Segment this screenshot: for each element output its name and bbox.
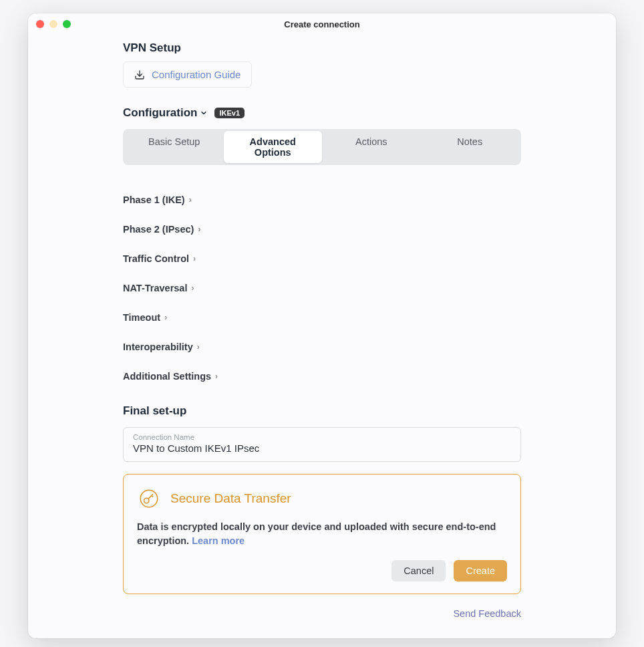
learn-more-link[interactable]: Learn more [192,535,245,546]
expander-label: Timeout [123,312,160,323]
secure-data-transfer-box: Secure Data Transfer Data is encrypted l… [123,474,521,594]
connection-name-input[interactable] [133,442,511,454]
expander-label: Traffic Control [123,253,189,264]
expander-label: Phase 1 (IKE) [123,195,185,205]
expander-group: Phase 1 (IKE) › Phase 2 (IPsec) › Traffi… [123,185,521,391]
secure-description: Data is encrypted locally on your device… [137,520,507,548]
expander-nat-traversal[interactable]: NAT-Traversal › [123,273,521,303]
expander-label: Additional Settings [123,371,211,382]
chevron-right-icon: › [189,195,192,205]
configuration-header: Configuration IKEv1 [123,106,521,120]
chevron-right-icon: › [193,254,196,263]
connection-name-field-wrap[interactable]: Connection Name [123,427,521,462]
expander-timeout[interactable]: Timeout › [123,303,521,332]
button-row: Cancel Create [137,560,507,581]
tab-advanced-options[interactable]: Advanced Options [224,131,323,163]
vpn-setup-title: VPN Setup [123,41,521,55]
chevron-right-icon: › [215,372,218,381]
configuration-guide-label: Configuration Guide [152,69,240,80]
content: VPN Setup Configuration Guide Configurat… [28,35,616,638]
expander-traffic-control[interactable]: Traffic Control › [123,244,521,273]
chevron-right-icon: › [164,313,167,322]
tab-actions[interactable]: Actions [322,131,421,163]
expander-label: Phase 2 (IPsec) [123,224,194,235]
titlebar: Create connection [28,13,616,35]
svg-line-4 [152,496,153,497]
expander-additional-settings[interactable]: Additional Settings › [123,362,521,391]
configuration-label: Configuration [123,106,197,120]
download-icon [134,70,145,80]
tab-notes[interactable]: Notes [421,131,520,163]
footer: Send Feedback [123,608,521,620]
send-feedback-link[interactable]: Send Feedback [453,608,521,619]
tabs: Basic Setup Advanced Options Actions Not… [123,129,521,165]
configuration-guide-button[interactable]: Configuration Guide [123,61,252,88]
final-setup-title: Final set-up [123,404,521,418]
secure-header: Secure Data Transfer [137,487,507,511]
create-button[interactable]: Create [454,560,507,581]
expander-label: NAT-Traversal [123,283,187,293]
chevron-right-icon: › [198,225,200,234]
window: Create connection VPN Setup Configuratio… [28,13,616,638]
configuration-dropdown[interactable]: Configuration [123,106,208,120]
expander-interoperability[interactable]: Interoperability › [123,332,521,362]
connection-name-label: Connection Name [133,433,511,441]
chevron-right-icon: › [197,342,200,352]
expander-phase1[interactable]: Phase 1 (IKE) › [123,185,521,215]
expander-label: Interoperability [123,342,193,352]
expander-phase2[interactable]: Phase 2 (IPsec) › [123,215,521,244]
window-title: Create connection [28,19,616,29]
chevron-right-icon: › [191,283,194,293]
key-icon [137,487,161,511]
chevron-down-icon [200,109,208,117]
cancel-button[interactable]: Cancel [391,560,446,581]
tab-basic-setup[interactable]: Basic Setup [125,131,224,163]
secure-title: Secure Data Transfer [170,491,291,506]
protocol-badge: IKEv1 [214,108,245,118]
secure-text: Data is encrypted locally on your device… [137,521,496,546]
